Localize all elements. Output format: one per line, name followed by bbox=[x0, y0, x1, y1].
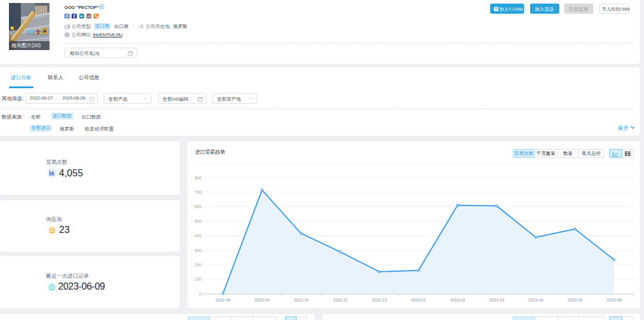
svg-text:100: 100 bbox=[194, 277, 202, 281]
svg-text:2023-02: 2023-02 bbox=[450, 298, 465, 302]
svg-text:2022-10: 2022-10 bbox=[294, 298, 309, 302]
svg-text:800: 800 bbox=[194, 176, 202, 180]
svg-text:0: 0 bbox=[199, 292, 202, 296]
svg-text:2023-01: 2023-01 bbox=[411, 298, 426, 302]
svg-text:2022-09: 2022-09 bbox=[255, 298, 270, 302]
svg-text:2022-11: 2022-11 bbox=[333, 298, 348, 302]
svg-text:2023-04: 2023-04 bbox=[528, 298, 543, 302]
svg-text:2023-06: 2023-06 bbox=[606, 298, 621, 302]
svg-text:700: 700 bbox=[194, 190, 202, 194]
svg-text:600: 600 bbox=[194, 204, 202, 209]
svg-text:2022-12: 2022-12 bbox=[372, 298, 387, 302]
svg-text:300: 300 bbox=[194, 248, 202, 253]
svg-text:500: 500 bbox=[194, 219, 202, 223]
svg-text:2022-08: 2022-08 bbox=[215, 298, 230, 302]
svg-text:200: 200 bbox=[194, 263, 202, 267]
svg-text:2023-05: 2023-05 bbox=[568, 298, 583, 302]
svg-text:400: 400 bbox=[194, 234, 202, 238]
svg-text:2023-03: 2023-03 bbox=[490, 298, 504, 302]
